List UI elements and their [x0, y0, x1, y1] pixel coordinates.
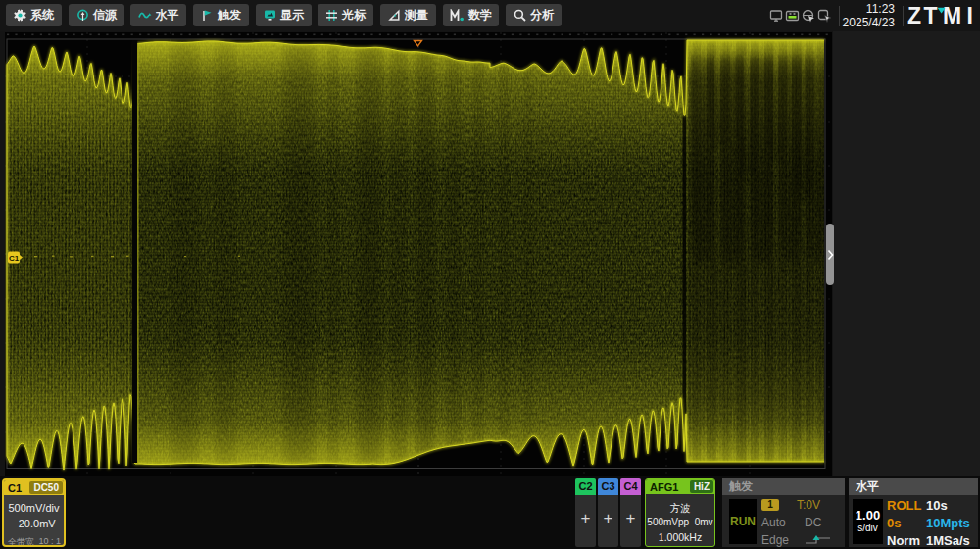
- svg-text:T: T: [924, 6, 938, 28]
- svg-text:Z: Z: [907, 6, 921, 28]
- svg-text:C1: C1: [9, 254, 20, 263]
- svg-text:I: I: [967, 6, 973, 28]
- svg-text:M: M: [943, 6, 961, 28]
